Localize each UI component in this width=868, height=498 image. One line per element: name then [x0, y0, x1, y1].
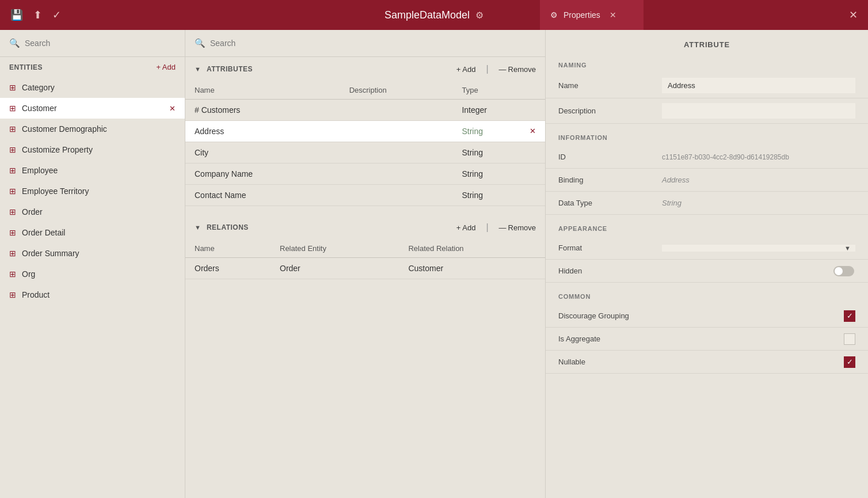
prop-hidden-row: Hidden [546, 260, 868, 283]
description-input[interactable] [662, 103, 855, 119]
check-icon[interactable]: ✓ [52, 9, 61, 21]
table-row[interactable]: Orders Order Customer [185, 258, 545, 279]
id-value: c1151e87-b030-4cc2-8d90-d61419285db [662, 153, 855, 161]
attributes-remove-button[interactable]: — Remove [499, 65, 536, 74]
sidebar-item-employee-territory[interactable]: ⊞ Employee Territory [0, 181, 185, 202]
format-select-wrapper[interactable]: ▼ [662, 245, 855, 252]
hidden-label: Hidden [558, 267, 662, 275]
id-label: ID [558, 153, 662, 161]
properties-panel-close-icon[interactable]: ✕ [849, 9, 868, 21]
toggle-thumb [835, 267, 843, 275]
attr-name: # Customers [185, 100, 340, 121]
row-close-icon[interactable]: ✕ [530, 127, 536, 135]
sidebar-item-product[interactable]: ⊞ Product [0, 284, 185, 305]
attr-type: String ✕ [452, 121, 545, 142]
center-search-input[interactable] [210, 39, 536, 48]
information-section-title: INFORMATION [546, 124, 868, 146]
entity-label: Order Summary [22, 249, 79, 258]
attr-name: Address [185, 121, 340, 142]
entity-grid-icon: ⊞ [9, 269, 16, 279]
sidebar-item-employee[interactable]: ⊞ Employee [0, 160, 185, 181]
col-description: Description [340, 81, 453, 100]
remove-label: Remove [508, 65, 536, 74]
upload-icon[interactable]: ⬆ [33, 9, 42, 21]
attr-description [340, 142, 453, 164]
col-type: Type [452, 81, 545, 100]
entities-label: ENTITIES [9, 63, 43, 71]
sidebar-item-order-detail[interactable]: ⊞ Order Detail [0, 222, 185, 243]
entity-label: Order Detail [22, 228, 65, 237]
entity-grid-icon: ⊞ [9, 207, 16, 216]
entity-grid-icon: ⊞ [9, 249, 16, 258]
format-select-display [662, 245, 855, 252]
col-related-entity: Related Entity [271, 240, 399, 258]
relations-remove-button[interactable]: — Remove [499, 223, 536, 232]
table-row[interactable]: Address String ✕ [185, 121, 545, 142]
tune-icon: ⚙ [550, 10, 558, 20]
props-header-bar: ⚙ Properties ✕ ✕ [540, 0, 868, 30]
entity-label: Category [22, 83, 55, 92]
relation-entity[interactable]: Order [271, 258, 399, 279]
entity-grid-icon: ⊞ [9, 166, 16, 175]
center-panel: 🔍 ▼ ATTRIBUTES + Add | — Remove [185, 30, 546, 498]
attribute-section-title: ATTRIBUTE [546, 30, 868, 51]
save-icon[interactable]: 💾 [10, 9, 23, 21]
name-input[interactable] [662, 78, 855, 93]
hidden-toggle[interactable] [833, 266, 854, 276]
minus-icon: — [499, 223, 507, 232]
relations-toggle[interactable]: ▼ [195, 224, 201, 231]
top-bar: 💾 ⬆ ✓ SampleDataModel ⚙ ⚙ Properties ✕ ✕ [0, 0, 868, 30]
attributes-add-button[interactable]: + Add [456, 65, 476, 74]
relations-section-header: ▼ RELATIONS + Add | — Remove [185, 215, 545, 240]
gear-icon[interactable]: ⚙ [475, 10, 484, 21]
plus-icon: + [456, 223, 461, 232]
discourage-grouping-checkbox[interactable]: ✓ [844, 310, 855, 322]
sidebar: 🔍 ENTITIES + Add ⊞ Category ⊞ Customer ✕… [0, 30, 185, 498]
col-related-relation: Related Relation [399, 240, 545, 258]
prop-datatype-row: Data Type String [546, 192, 868, 215]
center-search-bar: 🔍 [185, 30, 545, 57]
entity-grid-icon: ⊞ [9, 228, 16, 237]
nullable-checkbox-wrapper: ✓ [662, 356, 855, 368]
table-row[interactable]: Contact Name String [185, 185, 545, 206]
attr-type: String [452, 164, 545, 185]
attributes-table: Name Description Type # Customers Intege… [185, 81, 545, 206]
table-row[interactable]: City String [185, 142, 545, 164]
center-content: ▼ ATTRIBUTES + Add | — Remove Name Descr… [185, 57, 545, 498]
relations-add-button[interactable]: + Add [456, 223, 476, 232]
prop-description-row: Description [546, 98, 868, 124]
entity-close-icon[interactable]: ✕ [169, 104, 176, 113]
sidebar-item-order[interactable]: ⊞ Order [0, 202, 185, 222]
properties-tab-close[interactable]: ✕ [610, 10, 616, 20]
prop-format-row: Format ▼ [546, 237, 868, 260]
is-aggregate-label: Is Aggregate [558, 334, 662, 343]
properties-tab[interactable]: ⚙ Properties ✕ [540, 0, 644, 30]
sidebar-item-order-summary[interactable]: ⊞ Order Summary [0, 243, 185, 264]
relation-relation[interactable]: Customer [399, 258, 545, 279]
properties-panel: ATTRIBUTE NAMING Name Description INFORM… [546, 30, 868, 498]
table-row[interactable]: # Customers Integer [185, 100, 545, 121]
attributes-toggle[interactable]: ▼ [195, 66, 201, 73]
nullable-checkbox[interactable]: ✓ [844, 356, 855, 368]
app-title: SampleDataModel ⚙ [384, 9, 484, 21]
attr-description [340, 185, 453, 206]
entity-label: Customer Demographic [22, 124, 107, 134]
sidebar-item-org[interactable]: ⊞ Org [0, 264, 185, 284]
add-entity-button[interactable]: + Add [156, 63, 176, 71]
entity-grid-icon: ⊞ [9, 290, 16, 299]
is-aggregate-checkbox[interactable] [844, 333, 855, 345]
col-name: Name [185, 81, 340, 100]
entity-label: Org [22, 269, 35, 279]
sidebar-search-input[interactable] [25, 39, 176, 48]
checkmark-icon: ✓ [847, 311, 853, 320]
entity-label: Employee [22, 166, 58, 175]
attr-name: Company Name [185, 164, 340, 185]
hidden-toggle-wrapper [662, 266, 855, 276]
prop-binding-row: Binding Address [546, 169, 868, 192]
sidebar-item-customer-demographic[interactable]: ⊞ Customer Demographic [0, 119, 185, 139]
sidebar-item-customize-property[interactable]: ⊞ Customize Property [0, 139, 185, 160]
prop-id-row: ID c1151e87-b030-4cc2-8d90-d61419285db [546, 146, 868, 169]
table-row[interactable]: Company Name String [185, 164, 545, 185]
sidebar-item-customer[interactable]: ⊞ Customer ✕ [0, 98, 185, 119]
sidebar-item-category[interactable]: ⊞ Category [0, 77, 185, 98]
